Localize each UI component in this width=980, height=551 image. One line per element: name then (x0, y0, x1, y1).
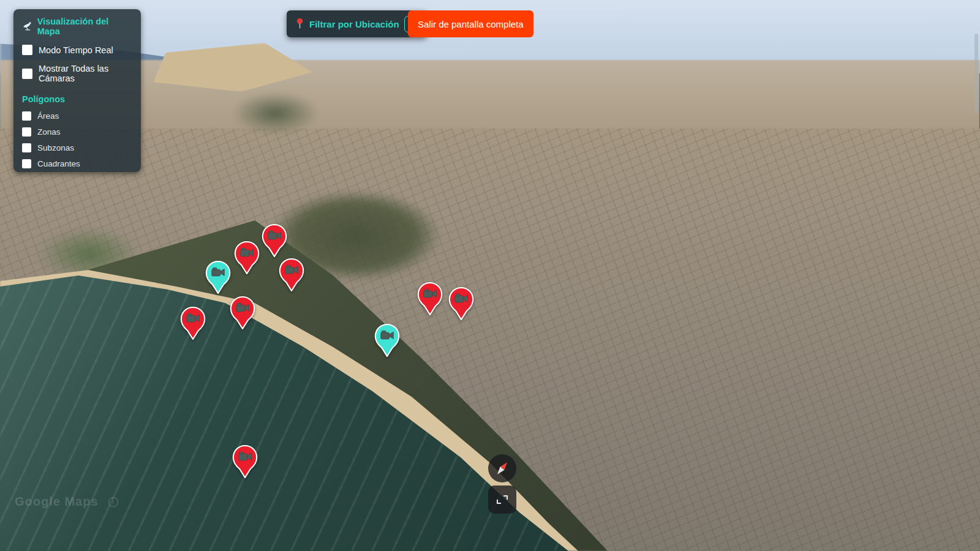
info-icon[interactable]: i (108, 497, 118, 507)
camera-marker-red[interactable] (180, 307, 206, 340)
compass-needle-icon (492, 458, 513, 479)
map-container[interactable]: Google Maps i Visualización del Mapa Mod… (0, 0, 551, 530)
expand-icon (496, 493, 509, 506)
checkbox-modo-tiempo-real[interactable]: Modo Tiempo Real (22, 45, 132, 55)
filter-by-location-button[interactable]: Filtrar por Ubicación + (287, 10, 427, 37)
camera-marker-red[interactable] (262, 224, 287, 257)
checkbox-areas[interactable]: Áreas (22, 111, 132, 121)
checkbox-icon[interactable] (22, 111, 31, 121)
checkbox-cuadrantes[interactable]: Cuadrantes (22, 159, 132, 168)
checkbox-zonas[interactable]: Zonas (22, 127, 132, 137)
checkbox-icon[interactable] (22, 143, 31, 152)
map-visualization-panel: Visualización del Mapa Modo Tiempo Real … (13, 9, 141, 172)
camera-marker-red[interactable] (417, 282, 443, 315)
camera-marker-cyan[interactable] (205, 261, 231, 294)
checkbox-icon[interactable] (22, 127, 31, 137)
map-visualization-title: Visualización del Mapa (37, 17, 132, 36)
camera-marker-red[interactable] (279, 258, 304, 291)
checkbox-icon[interactable] (22, 45, 32, 55)
camera-marker-cyan[interactable] (374, 324, 400, 357)
location-pin-icon (295, 18, 304, 30)
checkbox-mostrar-camaras[interactable]: Mostrar Todas las Cámaras (22, 64, 132, 83)
camera-marker-red[interactable] (234, 241, 260, 274)
camera-marker-red[interactable] (230, 296, 255, 329)
satellite-dish-icon (22, 21, 33, 32)
compass-control[interactable] (488, 454, 516, 482)
google-maps-watermark: Google Maps i (15, 495, 118, 509)
camera-marker-red[interactable] (448, 287, 474, 320)
camera-marker-red[interactable] (232, 445, 258, 478)
checkbox-icon[interactable] (22, 159, 31, 168)
exit-fullscreen-button[interactable]: Salir de pantalla completa (408, 10, 533, 37)
fullscreen-expand-button[interactable] (488, 485, 516, 514)
checkbox-icon[interactable] (22, 69, 32, 79)
dashboard-root: KPI's Búsqueda KPIs Actualizado: 4:13:38… (0, 0, 980, 551)
checkbox-subzonas[interactable]: Subzonas (22, 143, 132, 152)
polygons-title: Polígonos (22, 94, 132, 104)
